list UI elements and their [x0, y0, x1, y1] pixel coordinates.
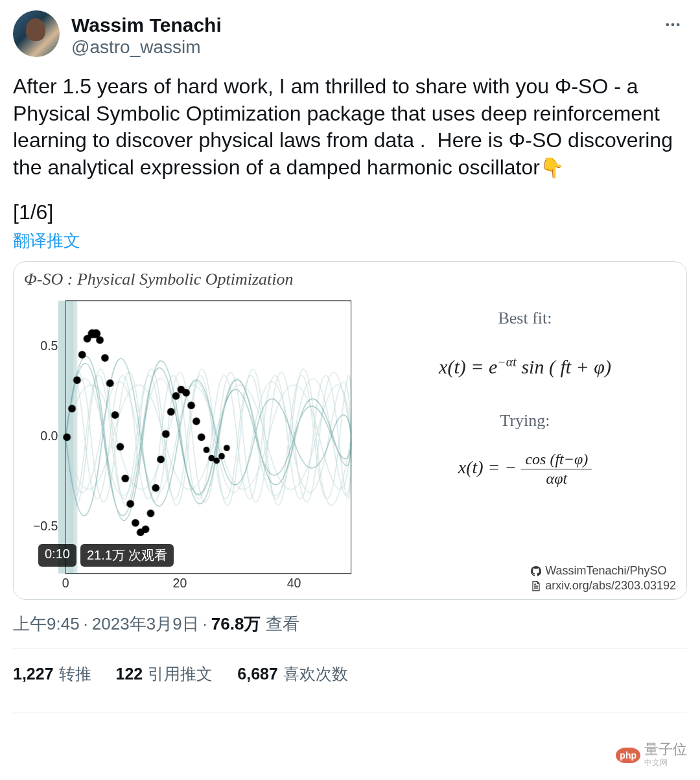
github-icon: [531, 566, 541, 576]
svg-point-10: [63, 434, 71, 442]
more-button[interactable]: [659, 10, 687, 41]
likes-count: 6,687: [237, 665, 278, 683]
arxiv-link-row[interactable]: arxiv.org/abs/2303.03192: [531, 579, 676, 593]
meta-line: 上午9:45·2023年3月9日·76.8万 查看: [13, 613, 687, 635]
svg-text:0.0: 0.0: [40, 429, 58, 443]
svg-point-11: [68, 405, 76, 413]
stats-row: 1,227转推 122引用推文 6,687喜欢次数: [13, 649, 687, 699]
svg-point-40: [213, 458, 220, 464]
tweet-container: Wassim Tenachi @astro_wassim After 1.5 y…: [0, 0, 700, 713]
svg-text:−0.5: −0.5: [33, 519, 58, 533]
svg-point-20: [111, 411, 119, 419]
thread-position: [1/6]: [13, 200, 687, 224]
svg-point-29: [157, 456, 165, 464]
svg-point-1: [671, 23, 675, 27]
formula2-lhs: x(t) = −: [458, 457, 522, 477]
plot-area: 0.5 0.0 −0.5 0 20 40: [24, 294, 361, 593]
media-body: 0.5 0.0 −0.5 0 20 40: [24, 294, 676, 593]
svg-point-26: [142, 526, 150, 534]
svg-point-38: [204, 447, 210, 453]
svg-point-12: [73, 377, 81, 384]
likes-label: 喜欢次数: [283, 665, 348, 683]
svg-point-41: [218, 453, 225, 460]
svg-point-35: [187, 402, 195, 410]
more-icon: [664, 16, 682, 34]
svg-point-27: [147, 510, 155, 517]
media-card[interactable]: Φ-SO : Physical Symbolic Optimization 0.…: [13, 261, 687, 600]
media-title: Φ-SO : Physical Symbolic Optimization: [24, 270, 676, 289]
formula-tail: sin ( ft + φ): [517, 356, 611, 377]
divider-bottom: [13, 712, 687, 713]
svg-point-32: [172, 392, 180, 400]
svg-point-30: [162, 431, 170, 438]
svg-point-2: [677, 23, 680, 27]
svg-point-22: [121, 475, 129, 482]
video-badge: 0:10 21.1万 次观看: [38, 544, 174, 567]
likes-stat[interactable]: 6,687喜欢次数: [237, 663, 348, 685]
media-links: WassimTenachi/PhySO arxiv.org/abs/2303.0…: [531, 563, 676, 593]
github-link-row[interactable]: WassimTenachi/PhySO: [531, 564, 676, 578]
svg-rect-3: [65, 301, 351, 574]
formula-exp: −αt: [497, 355, 517, 369]
views-count: 76.8万: [211, 614, 261, 633]
arxiv-link-text: arxiv.org/abs/2303.03192: [545, 579, 676, 593]
author-names[interactable]: Wassim Tenachi @astro_wassim: [71, 10, 659, 58]
formula2-den: αφt: [521, 469, 592, 488]
svg-text:0: 0: [62, 576, 69, 591]
svg-point-18: [101, 354, 109, 362]
video-time-chip: 0:10: [38, 544, 76, 567]
svg-point-37: [198, 434, 205, 442]
retweets-count: 1,227: [13, 665, 54, 683]
tweet-text: After 1.5 years of hard work, I am thril…: [13, 73, 687, 181]
quotes-stat[interactable]: 122引用推文: [116, 663, 213, 685]
tweet-text-content: After 1.5 years of hard work, I am thril…: [13, 75, 679, 179]
retweets-stat[interactable]: 1,227转推: [13, 663, 91, 685]
formula2-num: cos (ft−φ): [521, 450, 592, 469]
display-name: Wassim Tenachi: [71, 14, 659, 36]
trying-formula: x(t) = − cos (ft−φ)αφt: [374, 450, 676, 488]
video-views-chip: 21.1万 次观看: [80, 544, 174, 567]
svg-point-21: [117, 443, 124, 451]
translate-link[interactable]: 翻译推文: [13, 230, 687, 252]
svg-point-24: [132, 519, 139, 527]
svg-point-13: [78, 351, 86, 359]
document-icon: [531, 581, 541, 591]
svg-point-17: [96, 337, 104, 344]
svg-point-19: [106, 380, 114, 388]
handle: @astro_wassim: [71, 37, 659, 58]
formula-base: e: [489, 356, 497, 377]
trying-label: Trying:: [374, 411, 676, 431]
tweet-time[interactable]: 上午9:45: [13, 614, 80, 633]
best-fit-label: Best fit:: [374, 309, 676, 328]
svg-point-23: [126, 500, 134, 508]
views-label: 查看: [266, 614, 299, 633]
svg-point-28: [152, 484, 159, 492]
formula2-frac: cos (ft−φ)αφt: [521, 450, 592, 488]
svg-point-42: [224, 445, 230, 451]
retweets-label: 转推: [59, 665, 91, 683]
svg-point-34: [182, 389, 190, 397]
github-link-text: WassimTenachi/PhySO: [545, 564, 666, 578]
pointing-down-icon: 👇: [540, 155, 564, 180]
svg-point-36: [192, 418, 200, 425]
quotes-count: 122: [116, 665, 143, 683]
formula-area: Best fit: x(t) = e−αt sin ( ft + φ) Tryi…: [361, 294, 676, 593]
svg-text:20: 20: [173, 576, 187, 591]
tweet-date[interactable]: 2023年3月9日: [92, 614, 199, 633]
formula-lhs: x(t) =: [439, 356, 489, 377]
quotes-label: 引用推文: [148, 665, 213, 683]
best-fit-formula: x(t) = e−αt sin ( ft + φ): [374, 354, 676, 379]
tweet-header: Wassim Tenachi @astro_wassim: [13, 10, 687, 58]
svg-point-0: [666, 23, 670, 27]
avatar[interactable]: [13, 10, 60, 57]
svg-point-31: [167, 408, 175, 416]
svg-text:0.5: 0.5: [40, 339, 58, 353]
svg-text:40: 40: [287, 576, 301, 591]
